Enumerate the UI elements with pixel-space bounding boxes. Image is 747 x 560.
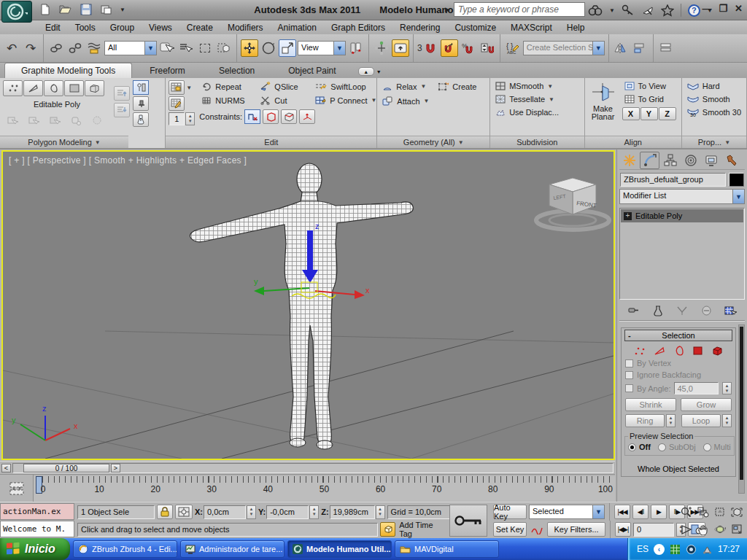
menu-rendering[interactable]: Rendering <box>392 21 447 34</box>
search-options-dropdown-icon[interactable]: ▼ <box>609 7 615 14</box>
select-and-manipulate-icon[interactable] <box>373 39 390 57</box>
window-crossing-toggle-icon[interactable] <box>215 39 233 57</box>
swiftloop-button[interactable]: SwiftLoop <box>313 80 368 93</box>
search-expand-icon[interactable]: ▶ <box>445 6 450 13</box>
tab-object-paint[interactable]: Object Paint <box>272 63 352 78</box>
edit-named-selection-sets-icon[interactable]: { }ABC <box>504 39 522 57</box>
align-footer[interactable]: Align <box>585 136 681 148</box>
taskbar-task-3dsmax[interactable]: Modelo Humano Util.... <box>287 540 392 558</box>
taskbar-task-zbrush[interactable]: ZBrush Zbrush 4 - Edi... <box>73 540 177 558</box>
constraint-normal-button[interactable] <box>299 109 315 124</box>
select-and-rotate-button[interactable] <box>260 39 277 57</box>
select-object-icon[interactable] <box>158 39 176 57</box>
polygon-subobject-button[interactable] <box>64 80 84 96</box>
zoom-icon[interactable] <box>678 505 694 519</box>
zoom-extents-icon[interactable] <box>712 505 728 519</box>
ribbon-minimize-arrow-icon[interactable]: ▼ <box>376 69 382 74</box>
geometry-footer[interactable]: Geometry (All)▼ <box>377 136 489 148</box>
menu-group[interactable]: Group <box>103 21 142 34</box>
spinner-snap-toggle-icon[interactable] <box>479 39 496 57</box>
ignore-backfacing-checkbox[interactable] <box>625 371 633 379</box>
pin-stack-icon[interactable] <box>625 304 641 317</box>
close-button[interactable]: ✕ <box>735 3 743 14</box>
selection-filter-arrow-icon[interactable]: ▼ <box>144 42 156 55</box>
tab-display-icon[interactable] <box>701 152 721 169</box>
orbit-icon[interactable] <box>712 522 728 537</box>
selection-rollout-header[interactable]: - Selection <box>624 330 732 341</box>
menu-edit[interactable]: Edit <box>38 21 68 34</box>
relax-dropdown-icon[interactable]: ▼ <box>420 83 426 90</box>
loop-spinner[interactable]: ▲▼ <box>722 414 732 427</box>
make-unique-icon[interactable] <box>674 304 690 317</box>
edge-subobject-button[interactable] <box>654 346 665 356</box>
absolute-offset-mode-icon[interactable] <box>175 505 193 519</box>
shrink-selection-icon[interactable] <box>114 103 130 117</box>
track-bar-ruler[interactable]: 0102030405060708090100 <box>34 476 615 501</box>
redo-button[interactable]: ↷ <box>22 39 39 57</box>
snaps-toggle-icon[interactable] <box>422 39 439 57</box>
align-y-button[interactable]: Y <box>640 107 658 120</box>
repeat-button[interactable]: Repeat <box>199 80 258 93</box>
isolate-selection-icon[interactable] <box>380 522 395 537</box>
rollout-scrollbar-thumb[interactable] <box>740 327 743 480</box>
show-end-result-icon[interactable] <box>650 304 666 317</box>
z-coord-field[interactable]: 19,989cm <box>330 505 375 519</box>
stack-expand-icon[interactable]: + <box>624 212 632 220</box>
zoom-all-icon[interactable] <box>695 505 711 519</box>
attach-button[interactable]: Attach▼ <box>380 95 431 107</box>
next-frame-button[interactable]: > <box>111 464 120 472</box>
edit-footer[interactable]: Edit <box>166 136 376 148</box>
favorites-star-icon[interactable] <box>661 4 674 17</box>
auto-key-button[interactable]: Auto Key <box>493 505 527 519</box>
shrink-button[interactable]: Shrink <box>625 398 676 411</box>
tray-media-icon[interactable] <box>686 544 697 555</box>
z-coord-spinner[interactable]: ▲▼ <box>376 505 385 519</box>
cut-button[interactable]: Cut <box>258 94 313 106</box>
smooth-edges-button[interactable]: Smooth <box>685 93 743 105</box>
element-subobject-button[interactable] <box>85 80 104 96</box>
tab-freeform[interactable]: Freeform <box>133 63 201 78</box>
perspective-viewport[interactable]: x y z FRONT LEFT z x y [ + ] [ Perspecti… <box>1 150 615 460</box>
attach-dropdown-icon[interactable]: ▼ <box>424 98 430 104</box>
ribbon-minimize-icon[interactable]: ▲ <box>358 67 374 76</box>
tab-utilities-icon[interactable] <box>721 152 741 169</box>
stack-item-editable-poly[interactable]: + Editable Poly <box>621 209 743 222</box>
x-coord-field[interactable]: 0,0cm <box>204 505 246 519</box>
clock[interactable]: 17:27 <box>718 544 740 554</box>
x-coord-spinner[interactable]: ▲▼ <box>247 505 256 519</box>
time-slider-track[interactable]: 0 / 100 > <box>12 463 614 473</box>
help-icon[interactable]: ? <box>688 4 700 17</box>
hard-edges-button[interactable]: Hard <box>685 80 743 92</box>
previous-frame-button[interactable]: < <box>1 464 11 472</box>
msmooth-button[interactable]: MSmooth▼ <box>493 80 581 92</box>
application-menu-button[interactable] <box>1 1 32 23</box>
keyboard-shortcut-override-button[interactable] <box>392 39 409 57</box>
tray-network-icon[interactable] <box>702 544 713 555</box>
by-angle-checkbox[interactable] <box>625 384 633 392</box>
key-filters-button[interactable]: Key Filters... <box>547 522 605 537</box>
tab-graphite-modeling-tools[interactable]: Graphite Modeling Tools <box>4 63 132 78</box>
reference-coordinate-arrow-icon[interactable]: ▼ <box>333 42 345 55</box>
add-time-tag-label[interactable]: Add Time Tag <box>399 521 442 538</box>
polygon-modeling-footer[interactable]: Polygon Modeling▼ <box>0 136 128 148</box>
use-displacement-button[interactable]: Use Displac... <box>493 106 581 118</box>
tray-chevron-icon[interactable]: ‹ <box>654 544 665 555</box>
menu-graph-editors[interactable]: Graph Editors <box>324 21 392 34</box>
maximize-viewport-toggle-icon[interactable] <box>729 522 745 537</box>
create-button[interactable]: Create <box>436 80 479 93</box>
constraint-none-button[interactable] <box>244 109 260 124</box>
edge-subobject-button[interactable] <box>23 80 43 96</box>
search-input[interactable] <box>454 2 585 17</box>
remove-modifier-icon[interactable] <box>699 304 715 317</box>
vertex-subobject-button[interactable] <box>634 346 645 356</box>
border-subobject-button[interactable] <box>44 80 63 96</box>
ribbon-minimize-control[interactable]: ▲ ▼ <box>358 67 382 76</box>
nurms-button[interactable]: NURMS <box>199 94 258 106</box>
pconnect-button[interactable]: P Connect▼ <box>313 94 379 106</box>
mirror-button[interactable] <box>613 39 630 57</box>
vertex-subobject-button[interactable] <box>3 80 23 96</box>
restore-button[interactable]: ❐ <box>719 3 727 14</box>
by-angle-spinner[interactable]: ▲▼ <box>722 382 732 394</box>
pin-stack-icon[interactable] <box>133 96 149 111</box>
full-interactivity-icon[interactable] <box>169 80 185 95</box>
